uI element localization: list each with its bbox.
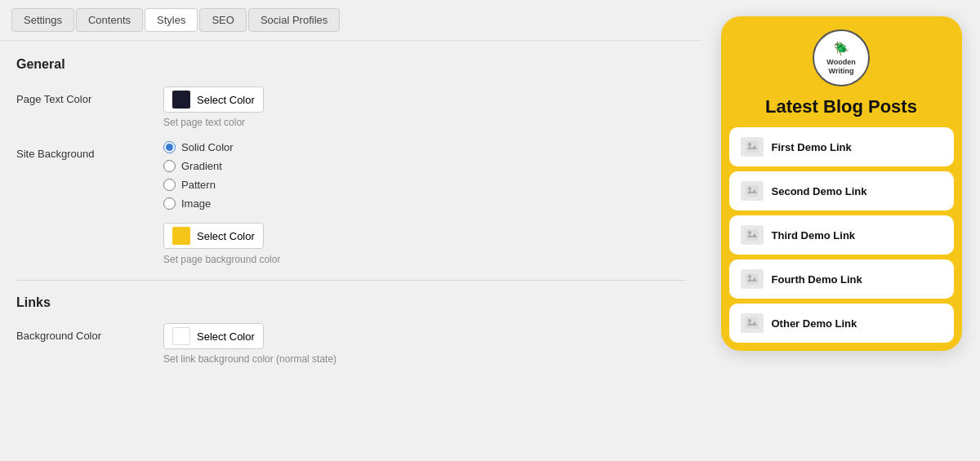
logo-circle: 🪲 Wooden Writing (813, 29, 870, 86)
list-item[interactable]: Second Demo Link (729, 171, 954, 211)
radio-gradient[interactable]: Gradient (163, 160, 686, 172)
page-text-color-swatch (172, 91, 190, 109)
link-bg-color-label: Background Color (16, 323, 163, 342)
svg-rect-6 (746, 273, 759, 285)
site-background-label: Site Background (16, 141, 163, 160)
tab-contents[interactable]: Contents (76, 8, 143, 32)
svg-point-5 (748, 231, 751, 234)
radio-image[interactable]: Image (163, 197, 686, 210)
demo-link-label-5: Other Demo Link (772, 317, 858, 330)
site-background-color-hint: Set page background color (163, 254, 686, 265)
radio-solid-color[interactable]: Solid Color (163, 141, 686, 153)
demo-links-list: First Demo Link Second Demo Link Third D… (721, 127, 962, 343)
link-bg-color-hint: Set link background color (normal state) (163, 353, 686, 365)
phone-logo-area: 🪲 Wooden Writing (721, 16, 962, 93)
svg-rect-8 (746, 317, 759, 329)
site-background-controls: Solid Color Gradient Pattern Image (163, 141, 686, 265)
radio-solid-color-input[interactable] (163, 141, 176, 153)
svg-point-7 (748, 275, 751, 278)
svg-rect-4 (746, 229, 759, 241)
page-text-color-label: Page Text Color (16, 86, 163, 105)
demo-link-label-1: First Demo Link (772, 141, 852, 153)
svg-point-9 (748, 319, 751, 322)
blog-title: Latest Blog Posts (721, 93, 962, 127)
site-background-row: Site Background Solid Color Gradient (16, 141, 686, 265)
page-text-color-controls: Select Color Set page text color (163, 86, 686, 128)
image-placeholder-icon (741, 225, 764, 245)
image-placeholder-icon (741, 313, 764, 333)
tab-settings[interactable]: Settings (11, 8, 74, 32)
demo-link-label-4: Fourth Demo Link (772, 273, 862, 286)
radio-gradient-label: Gradient (181, 160, 222, 172)
logo-text: Wooden Writing (826, 58, 855, 76)
link-bg-color-button-label: Select Color (197, 330, 255, 343)
left-panel: Settings Contents Styles SEO Social Prof… (0, 0, 702, 461)
svg-rect-0 (746, 141, 759, 153)
list-item[interactable]: Fourth Demo Link (729, 259, 954, 299)
page-text-color-hint: Set page text color (163, 117, 686, 128)
site-background-radio-group: Solid Color Gradient Pattern Image (163, 141, 686, 210)
right-panel: 🪲 Wooden Writing Latest Blog Posts First… (702, 0, 980, 461)
section-divider (16, 280, 686, 281)
logo-icon: 🪲 (833, 41, 849, 56)
svg-rect-2 (746, 185, 759, 197)
radio-pattern-input[interactable] (163, 179, 176, 191)
radio-pattern-label: Pattern (181, 179, 216, 191)
site-background-color-button-label: Select Color (197, 230, 255, 242)
page-text-color-row: Page Text Color Select Color Set page te… (16, 86, 686, 128)
radio-gradient-input[interactable] (163, 160, 176, 172)
logo-line2: Writing (826, 67, 855, 76)
svg-point-1 (748, 143, 751, 146)
radio-pattern[interactable]: Pattern (163, 179, 686, 191)
general-section-title: General (16, 57, 686, 72)
link-bg-color-button[interactable]: Select Color (163, 323, 264, 349)
image-placeholder-icon (741, 181, 764, 201)
logo-line1: Wooden (826, 58, 855, 67)
link-bg-color-swatch (172, 327, 190, 345)
svg-point-3 (748, 187, 751, 190)
tab-seo[interactable]: SEO (199, 8, 246, 32)
tabs-bar: Settings Contents Styles SEO Social Prof… (0, 0, 702, 41)
list-item[interactable]: First Demo Link (729, 127, 954, 166)
image-placeholder-icon (741, 269, 764, 289)
radio-image-input[interactable] (163, 197, 176, 210)
page-text-color-button[interactable]: Select Color (163, 86, 264, 113)
page-text-color-button-label: Select Color (197, 94, 255, 106)
radio-image-label: Image (181, 197, 211, 210)
link-bg-color-controls: Select Color Set link background color (… (163, 323, 686, 365)
content-area: General Page Text Color Select Color Set… (0, 41, 702, 461)
phone-preview: 🪲 Wooden Writing Latest Blog Posts First… (721, 16, 962, 351)
image-placeholder-icon (741, 137, 764, 157)
demo-link-label-2: Second Demo Link (772, 185, 867, 197)
demo-link-label-3: Third Demo Link (772, 229, 856, 242)
link-bg-color-row: Background Color Select Color Set link b… (16, 323, 686, 365)
tab-styles[interactable]: Styles (145, 8, 198, 32)
links-section-title: Links (16, 295, 686, 310)
radio-solid-color-label: Solid Color (181, 141, 234, 153)
site-background-color-button[interactable]: Select Color (163, 223, 264, 249)
list-item[interactable]: Other Demo Link (729, 304, 954, 343)
list-item[interactable]: Third Demo Link (729, 215, 954, 255)
tab-social-profiles[interactable]: Social Profiles (248, 8, 340, 32)
site-background-color-swatch (172, 227, 190, 245)
